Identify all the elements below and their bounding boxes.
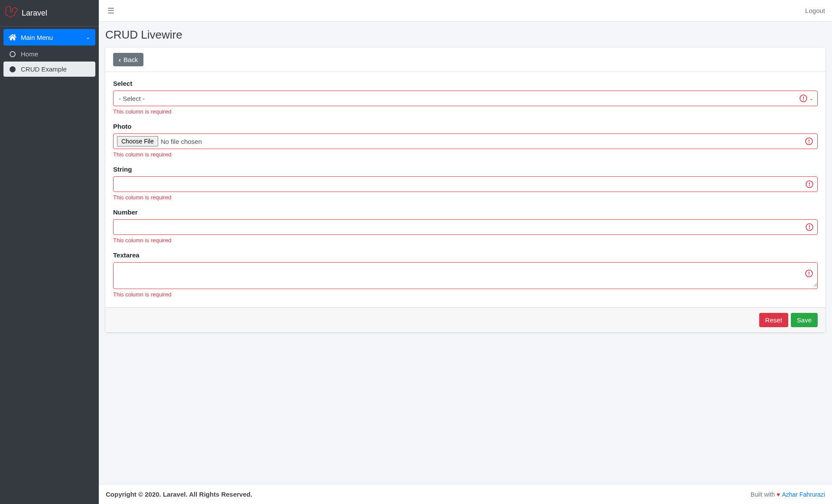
chevron-left-icon: ‹ xyxy=(119,56,121,63)
svg-rect-1 xyxy=(803,97,804,99)
page-title: CRUD Livewire xyxy=(105,28,826,42)
number-label: Number xyxy=(113,208,818,216)
textarea-input[interactable] xyxy=(114,263,817,287)
photo-label: Photo xyxy=(113,123,818,130)
svg-point-2 xyxy=(803,100,804,101)
brand-text: Laravel xyxy=(22,9,47,18)
sidebar-nav: Main Menu ⌄ Home CRUD Example xyxy=(0,26,99,79)
sidebar-item-label: Home xyxy=(21,50,38,58)
string-label: String xyxy=(113,166,818,173)
number-input[interactable] xyxy=(119,223,802,231)
field-photo: Photo Choose File No file chosen This co… xyxy=(113,123,818,158)
chevron-down-icon: ⌄ xyxy=(86,34,90,40)
back-button-label: Back xyxy=(124,56,138,63)
footer-author-link[interactable]: Azhar Fahrurazi xyxy=(782,491,825,498)
choose-file-button[interactable]: Choose File xyxy=(117,136,158,146)
save-button[interactable]: Save xyxy=(791,313,818,327)
field-string: String This column is required xyxy=(113,166,818,201)
photo-error: This column is required xyxy=(113,151,818,158)
logout-link[interactable]: Logout xyxy=(805,7,825,14)
svg-point-14 xyxy=(809,275,809,276)
error-icon xyxy=(806,223,813,231)
footer-copyright: Copyright © 2020. Laravel. All Rights Re… xyxy=(106,491,252,498)
circle-icon xyxy=(10,66,16,72)
sidebar-item-label: CRUD Example xyxy=(21,65,67,73)
number-error: This column is required xyxy=(113,237,818,244)
laravel-logo-icon xyxy=(5,6,22,20)
sidebar-item-crud-example[interactable]: CRUD Example xyxy=(3,62,95,77)
error-icon xyxy=(806,180,813,188)
sidebar-main-menu-label: Main Menu xyxy=(21,34,86,41)
select-input[interactable]: - Select - xyxy=(119,94,812,103)
svg-rect-13 xyxy=(809,272,809,274)
sidebar-main-menu[interactable]: Main Menu ⌄ xyxy=(3,29,95,46)
textarea-label: Textarea xyxy=(113,251,818,259)
file-chosen-text: No file chosen xyxy=(161,138,202,145)
error-icon xyxy=(805,270,813,277)
string-input[interactable] xyxy=(119,180,802,189)
card-header: ‹ Back xyxy=(105,48,826,72)
textarea-error: This column is required xyxy=(113,291,818,298)
reset-button[interactable]: Reset xyxy=(759,313,788,327)
svg-point-11 xyxy=(809,228,810,229)
photo-input[interactable]: Choose File No file chosen xyxy=(113,133,818,149)
field-number: Number This column is required xyxy=(113,208,818,244)
svg-rect-7 xyxy=(809,182,810,185)
footer-credits: Built with ♥ Azhar Fahrurazi xyxy=(751,491,825,498)
sidebar-item-home[interactable]: Home xyxy=(3,46,95,62)
svg-point-8 xyxy=(809,185,810,186)
card-footer: Reset Save xyxy=(105,307,826,332)
home-icon xyxy=(9,33,16,41)
sidebar: Laravel Main Menu ⌄ Home CRUD Example xyxy=(0,0,99,504)
error-icon xyxy=(800,94,807,102)
main-content: ☰ Logout CRUD Livewire ‹ Back Select xyxy=(99,0,832,504)
field-select: Select - Select - ⌄ xyxy=(113,80,818,115)
card-body: Select - Select - ⌄ xyxy=(105,72,826,307)
string-error: This column is required xyxy=(113,194,818,201)
back-button[interactable]: ‹ Back xyxy=(113,53,143,66)
svg-point-5 xyxy=(809,143,809,143)
error-icon xyxy=(805,137,813,145)
topbar: ☰ Logout xyxy=(99,0,832,22)
form-card: ‹ Back Select - Select - xyxy=(105,48,826,332)
svg-rect-10 xyxy=(809,225,810,228)
svg-rect-4 xyxy=(809,140,809,142)
circle-icon xyxy=(10,51,16,57)
hamburger-icon[interactable]: ☰ xyxy=(106,4,116,17)
select-label: Select xyxy=(113,80,818,87)
page-footer: Copyright © 2020. Laravel. All Rights Re… xyxy=(99,484,832,504)
heart-icon: ♥ xyxy=(777,491,780,498)
field-textarea: Textarea This column is required xyxy=(113,251,818,298)
brand[interactable]: Laravel xyxy=(0,0,99,26)
select-error: This column is required xyxy=(113,108,818,115)
